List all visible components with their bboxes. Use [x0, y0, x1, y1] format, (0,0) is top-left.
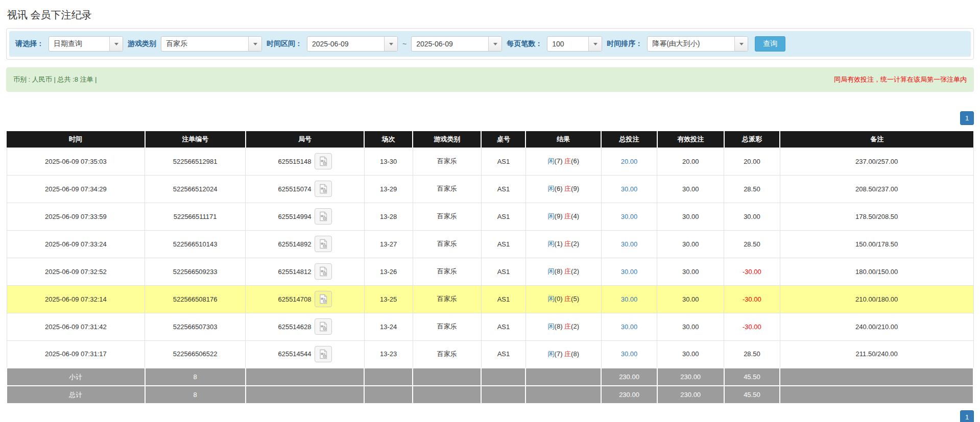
cell-valid-bet: 30.00: [657, 175, 724, 203]
cell-round-id: 625515074: [246, 175, 365, 203]
cell-bet-id: 522566511171: [145, 203, 246, 230]
cell-game-type: 百家乐: [413, 230, 481, 258]
total-bet-link[interactable]: 30.00: [621, 240, 638, 248]
cell-round-id: 625514628: [246, 313, 365, 340]
player-result-label: 闲: [548, 350, 555, 358]
banker-result-label: 庄: [564, 212, 571, 220]
cell-valid-bet: 30.00: [657, 258, 724, 285]
banker-result-label: 庄: [564, 350, 571, 358]
page-button-1[interactable]: 1: [960, 111, 974, 125]
query-type-value: 日期查询: [49, 37, 109, 51]
video-replay-button[interactable]: [315, 346, 332, 362]
page-button-1[interactable]: 1: [960, 410, 974, 422]
total-valid-bet: 230.00: [657, 386, 724, 404]
page-size-label: 每页笔数：: [507, 39, 542, 48]
total-bet-link[interactable]: 30.00: [621, 213, 638, 220]
table-footer: 小计 8 230.00 230.00 45.50 总计 8 230.00 230…: [7, 368, 973, 404]
video-replay-button[interactable]: [315, 318, 332, 335]
total-bet-link[interactable]: 30.00: [621, 350, 638, 358]
time-sort-label: 时间排序：: [607, 39, 642, 48]
video-replay-button[interactable]: [315, 208, 332, 225]
chevron-down-icon[interactable]: [384, 37, 397, 51]
video-replay-button[interactable]: [315, 153, 332, 169]
page-size-select[interactable]: 100: [547, 36, 602, 52]
total-bet-link[interactable]: 30.00: [621, 295, 638, 303]
cell-time: 2025-06-09 07:32:52: [7, 258, 145, 285]
cell-game-type: 百家乐: [413, 258, 481, 285]
pagination-bottom: 1: [6, 410, 974, 422]
table-row: 2025-06-09 07:33:24 522566510143 6255148…: [7, 230, 973, 258]
cell-round-id: 625515148: [246, 147, 365, 175]
cell-round-id: 625514708: [246, 285, 365, 313]
time-sort-value: 降幂(由大到小): [648, 37, 734, 51]
total-bet-link[interactable]: 30.00: [621, 323, 638, 331]
cell-session: 13-30: [364, 147, 413, 175]
time-range-label: 时间区间：: [267, 39, 302, 48]
time-sort-select[interactable]: 降幂(由大到小): [647, 36, 748, 52]
chevron-down-icon[interactable]: [488, 37, 501, 51]
cell-note: 211.50/240.00: [780, 340, 973, 368]
table-row: 2025-06-09 07:33:59 522566511171 6255149…: [7, 203, 973, 230]
col-header-round-id: 局号: [246, 131, 365, 147]
video-file-icon: [318, 321, 328, 332]
cell-result: 闲(8) 庄(2): [525, 313, 601, 340]
player-result-label: 闲: [548, 212, 555, 220]
cell-game-type: 百家乐: [413, 203, 481, 230]
query-type-select[interactable]: 日期查询: [49, 36, 123, 52]
cell-table-no: AS1: [481, 285, 525, 313]
video-file-icon: [318, 156, 328, 166]
player-result-label: 闲: [548, 295, 555, 303]
date-from-value: 2025-06-09: [307, 37, 384, 51]
cell-time: 2025-06-09 07:31:17: [7, 340, 145, 368]
col-header-time: 时间: [7, 131, 145, 147]
cell-bet-id: 522566506522: [145, 340, 246, 368]
chevron-down-icon[interactable]: [734, 37, 748, 51]
video-replay-button[interactable]: [315, 181, 332, 197]
video-file-icon: [318, 184, 328, 194]
video-file-icon: [318, 266, 328, 277]
query-type-label: 请选择：: [15, 39, 44, 48]
cell-note: 178.50/208.50: [780, 203, 973, 230]
cell-bet-id: 522566507303: [145, 313, 246, 340]
subtotal-total-bet: 230.00: [601, 368, 657, 386]
player-result-label: 闲: [548, 185, 555, 192]
cell-payout: -30.00: [724, 313, 780, 340]
subtotal-payout: 45.50: [724, 368, 780, 386]
total-count: 8: [145, 386, 246, 404]
cell-valid-bet: 30.00: [657, 203, 724, 230]
video-replay-button[interactable]: [315, 291, 332, 307]
player-result-label: 闲: [548, 267, 555, 275]
cell-note: 237.00/257.00: [780, 147, 973, 175]
table-row: 2025-06-09 07:31:17 522566506522 6255145…: [7, 340, 973, 368]
cell-game-type: 百家乐: [413, 147, 481, 175]
cell-payout: 30.00: [724, 203, 780, 230]
search-button[interactable]: 查询: [755, 36, 785, 52]
table-body: 2025-06-09 07:35:03 522566512981 6255151…: [7, 147, 973, 368]
col-header-note: 备注: [780, 131, 973, 147]
total-row: 总计 8 230.00 230.00 45.50: [7, 386, 973, 404]
filter-bar: 请选择： 日期查询 游戏类别 百家乐 时间区间： 2025-06-09 ~ 20…: [9, 31, 971, 57]
cell-round-id: 625514812: [246, 258, 365, 285]
range-tilde: ~: [402, 40, 407, 48]
cell-bet-id: 522566512981: [145, 147, 246, 175]
video-replay-button[interactable]: [315, 263, 332, 280]
cell-payout: 28.50: [724, 340, 780, 368]
chevron-down-icon[interactable]: [588, 37, 602, 51]
cell-valid-bet: 20.00: [657, 147, 724, 175]
currency-total-text: 币别 : 人民币 | 总共 :8 注单 |: [13, 75, 97, 84]
cell-total-bet: 30.00: [601, 313, 657, 340]
chevron-down-icon[interactable]: [248, 37, 261, 51]
date-to-picker[interactable]: 2025-06-09: [411, 36, 502, 52]
cell-session: 13-27: [364, 230, 413, 258]
total-bet-link[interactable]: 30.00: [621, 185, 638, 193]
video-file-icon: [318, 294, 328, 304]
total-bet-link[interactable]: 30.00: [621, 268, 638, 276]
col-header-result: 结果: [525, 131, 601, 147]
cell-result: 闲(7) 庄(8): [525, 340, 601, 368]
total-bet-link[interactable]: 20.00: [621, 158, 638, 165]
video-replay-button[interactable]: [315, 236, 332, 252]
game-type-select[interactable]: 百家乐: [161, 36, 262, 52]
date-from-picker[interactable]: 2025-06-09: [307, 36, 398, 52]
cell-result: 闲(6) 庄(9): [525, 175, 601, 203]
chevron-down-icon[interactable]: [109, 37, 123, 51]
